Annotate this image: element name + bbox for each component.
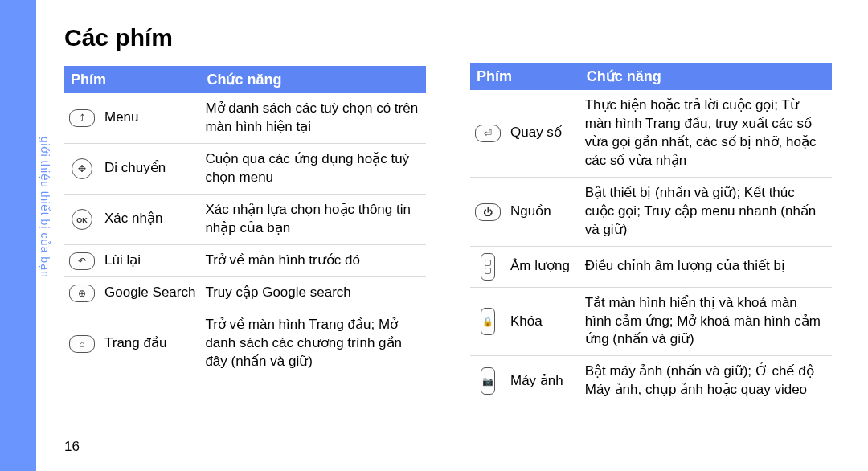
table-row: ⊕ Google Search Truy cập Google search bbox=[64, 276, 426, 309]
table-row: ⏻ Nguồn Bật thiết bị (nhấn và giữ); Kết … bbox=[470, 177, 832, 246]
header-key: Phím bbox=[64, 66, 200, 93]
back-key-icon: ↶ bbox=[69, 252, 95, 270]
key-name: Nguồn bbox=[506, 177, 580, 246]
page-number: 16 bbox=[64, 439, 80, 455]
key-function: Trở về màn hình Trang đầu; Mở danh sách … bbox=[200, 309, 426, 377]
home-key-icon: ⌂ bbox=[69, 335, 95, 353]
key-name: Khóa bbox=[506, 287, 580, 356]
header-key: Phím bbox=[470, 63, 580, 90]
key-function: Bật thiết bị (nhấn và giữ); Kết thúc cuộ… bbox=[580, 177, 832, 246]
key-name: Trang đầu bbox=[100, 309, 200, 377]
table-row: ✥ Di chuyển Cuộn qua các ứng dụng hoặc t… bbox=[64, 143, 426, 194]
key-function: Bật máy ảnh (nhấn và giữ); Ở chế độ Máy … bbox=[580, 356, 832, 406]
key-icon-cell: ⊕ bbox=[64, 276, 100, 309]
key-name: Google Search bbox=[100, 276, 200, 309]
header-function: Chức năng bbox=[580, 63, 832, 90]
key-icon-cell: ⌂ bbox=[64, 309, 100, 377]
key-icon-cell: 📷 bbox=[470, 356, 506, 406]
camera-key-icon: 📷 bbox=[481, 367, 495, 395]
key-function: Xác nhận lựa chọn hoặc thông tin nhập củ… bbox=[200, 194, 426, 244]
table-row: 🔒 Khóa Tắt màn hình hiển thị và khoá màn… bbox=[470, 287, 832, 356]
menu-key-icon: ⤴ bbox=[69, 109, 95, 127]
title-spacer bbox=[470, 24, 832, 63]
key-icon-cell: ↶ bbox=[64, 244, 100, 276]
navigate-key-icon: ✥ bbox=[72, 158, 92, 179]
key-function: Trở về màn hình trước đó bbox=[200, 244, 426, 276]
key-name: Âm lượng bbox=[506, 246, 580, 287]
table-row: ⌂ Trang đầu Trở về màn hình Trang đầu; M… bbox=[64, 309, 426, 377]
section-side-label: giới thiệu thiết bị của bạn bbox=[39, 137, 51, 277]
key-name: Di chuyển bbox=[100, 143, 200, 194]
page-title: Các phím bbox=[64, 24, 426, 51]
right-column: Phím Chức năng ⏎ Quay số Thực hiện hoặc … bbox=[470, 24, 832, 406]
key-name: Xác nhận bbox=[100, 194, 200, 244]
table-row: ↶ Lùi lại Trở về màn hình trước đó bbox=[64, 244, 426, 276]
power-key-icon: ⏻ bbox=[475, 203, 501, 221]
table-row: OK Xác nhận Xác nhận lựa chọn hoặc thông… bbox=[64, 194, 426, 244]
key-function: Điều chỉnh âm lượng của thiết bị bbox=[580, 246, 832, 287]
key-name: Máy ảnh bbox=[506, 356, 580, 406]
search-key-icon: ⊕ bbox=[69, 285, 95, 302]
table-row: ⤴ Menu Mở danh sách các tuỳ chọn có trên… bbox=[64, 93, 426, 143]
ok-key-icon: OK bbox=[72, 209, 92, 230]
key-icon-cell bbox=[470, 246, 506, 287]
key-function: Thực hiện hoặc trả lời cuộc gọi; Từ màn … bbox=[580, 90, 832, 177]
key-icon-cell: ✥ bbox=[64, 143, 100, 194]
key-icon-cell: OK bbox=[64, 194, 100, 244]
key-name: Lùi lại bbox=[100, 244, 200, 276]
table-row: Âm lượng Điều chỉnh âm lượng của thiết b… bbox=[470, 246, 832, 287]
key-name: Quay số bbox=[506, 90, 580, 177]
key-icon-cell: ⤴ bbox=[64, 93, 100, 143]
manual-page: giới thiệu thiết bị của bạn Các phím Phí… bbox=[0, 0, 868, 471]
dial-key-icon: ⏎ bbox=[475, 125, 501, 142]
keys-table-right: Phím Chức năng ⏎ Quay số Thực hiện hoặc … bbox=[470, 63, 832, 406]
key-function: Truy cập Google search bbox=[200, 276, 426, 309]
volume-key-icon bbox=[481, 253, 495, 281]
key-name: Menu bbox=[100, 93, 200, 143]
keys-table-left: Phím Chức năng ⤴ Menu Mở danh sách các t… bbox=[64, 66, 426, 377]
left-column: Các phím Phím Chức năng ⤴ Menu Mở danh s… bbox=[64, 24, 426, 406]
key-icon-cell: ⏻ bbox=[470, 177, 506, 246]
table-row: ⏎ Quay số Thực hiện hoặc trả lời cuộc gọ… bbox=[470, 90, 832, 177]
side-accent-bar bbox=[0, 0, 36, 471]
key-icon-cell: 🔒 bbox=[470, 287, 506, 356]
key-icon-cell: ⏎ bbox=[470, 90, 506, 177]
content-columns: Các phím Phím Chức năng ⤴ Menu Mở danh s… bbox=[64, 24, 852, 406]
header-function: Chức năng bbox=[200, 66, 426, 93]
key-function: Tắt màn hình hiển thị và khoá màn hình c… bbox=[580, 287, 832, 356]
key-function: Mở danh sách các tuỳ chọn có trên màn hì… bbox=[200, 93, 426, 143]
lock-key-icon: 🔒 bbox=[481, 308, 495, 335]
key-function: Cuộn qua các ứng dụng hoặc tuỳ chọn menu bbox=[200, 143, 426, 194]
table-row: 📷 Máy ảnh Bật máy ảnh (nhấn và giữ); Ở c… bbox=[470, 356, 832, 406]
